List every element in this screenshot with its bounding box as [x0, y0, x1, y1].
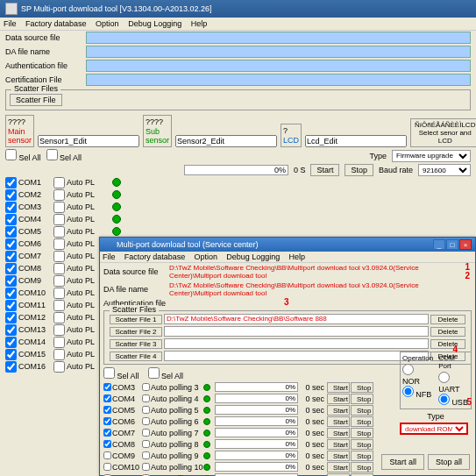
start-all-button[interactable]: Start all: [381, 454, 424, 470]
menu-option[interactable]: Option: [96, 19, 119, 28]
poll-start[interactable]: Start: [327, 462, 350, 472]
poll-stop[interactable]: Stop: [351, 462, 373, 472]
o-scatter-3-input[interactable]: [164, 338, 429, 349]
menu-debug[interactable]: Debug Logging: [128, 19, 181, 28]
close-button[interactable]: ×: [459, 239, 472, 250]
menu-help[interactable]: Help: [191, 19, 208, 28]
type-combo[interactable]: Firmware upgrade: [392, 150, 471, 162]
poll-auto-check[interactable]: [142, 463, 150, 471]
poll-com-check[interactable]: [103, 463, 111, 471]
o-scatter-2-input[interactable]: [164, 326, 429, 337]
poll-auto-check[interactable]: [142, 394, 150, 402]
menu-file[interactable]: File: [4, 19, 17, 28]
auto-check[interactable]: [53, 300, 65, 311]
poll-start[interactable]: Start: [327, 439, 350, 450]
cert-file-input[interactable]: [86, 74, 471, 86]
poll-stop[interactable]: Stop: [351, 439, 373, 450]
poll-start[interactable]: Start: [327, 382, 350, 393]
com-check[interactable]: [5, 251, 17, 262]
poll-auto-check[interactable]: [142, 406, 150, 414]
o-scatter-1[interactable]: Scatter File 1: [110, 315, 162, 324]
op-nfb[interactable]: NFB: [402, 386, 433, 399]
poll-stop[interactable]: Stop: [351, 394, 373, 404]
o-menu-option[interactable]: Option: [195, 252, 218, 261]
poll-start[interactable]: Start: [327, 405, 350, 416]
auto-check[interactable]: [53, 177, 65, 188]
com-check[interactable]: [5, 288, 17, 299]
auto-check[interactable]: [53, 312, 65, 323]
com-check[interactable]: [5, 226, 17, 238]
com-check[interactable]: [5, 177, 17, 188]
poll-stop[interactable]: Stop: [351, 405, 373, 416]
auto-check[interactable]: [53, 202, 65, 213]
lcd-input[interactable]: [305, 135, 407, 147]
auto-check[interactable]: [53, 349, 65, 360]
poll-start[interactable]: Start: [327, 428, 350, 438]
auto-check[interactable]: [53, 288, 65, 299]
select-sensor-button[interactable]: ÑíÔñÉÃÁÑÈÈÌLCD Select senor and LCD: [410, 118, 476, 147]
o-selall-1[interactable]: Sel All: [103, 367, 139, 380]
poll-auto-check[interactable]: [142, 440, 150, 448]
sensor1-input[interactable]: [38, 135, 139, 147]
o-menu-help[interactable]: Help: [289, 252, 306, 261]
poll-auto-check[interactable]: [142, 451, 150, 459]
poll-com-check[interactable]: [103, 440, 111, 448]
port-usb[interactable]: USB: [438, 394, 469, 407]
com-check[interactable]: [5, 275, 17, 287]
o-menu-factory[interactable]: Factory database: [124, 252, 186, 261]
com-check[interactable]: [5, 312, 17, 323]
main-start[interactable]: Start: [310, 164, 339, 176]
sensor2-input[interactable]: [175, 135, 277, 147]
poll-start[interactable]: Start: [327, 416, 350, 427]
poll-com-check[interactable]: [103, 383, 111, 391]
auto-check[interactable]: [53, 189, 65, 201]
o-scatter-4-input[interactable]: [164, 351, 429, 361]
selall-1[interactable]: Sel All: [5, 149, 41, 162]
poll-start[interactable]: Start: [327, 451, 350, 461]
o-scatter-1-input[interactable]: D:\TwZ Mobile\Software Checking\BB\Softw…: [164, 314, 429, 324]
poll-stop[interactable]: Stop: [351, 428, 373, 438]
o-selall-2[interactable]: Sel All: [148, 367, 184, 380]
o-scatter-3[interactable]: Scatter File 3: [110, 339, 162, 349]
o-scatter-2-del[interactable]: Delete: [430, 327, 465, 337]
op-nor[interactable]: NOR: [402, 364, 433, 386]
scatter-file-button[interactable]: Scatter File: [10, 94, 62, 106]
com-check[interactable]: [5, 349, 17, 360]
o-scatter-4[interactable]: Scatter File 4: [110, 352, 162, 361]
poll-auto-check[interactable]: [142, 417, 150, 425]
auto-check[interactable]: [53, 275, 65, 287]
o-scatter-2[interactable]: Scatter File 2: [110, 327, 162, 337]
auto-check[interactable]: [53, 361, 65, 373]
poll-com-check[interactable]: [103, 417, 111, 425]
auto-check[interactable]: [53, 251, 65, 262]
minimize-button[interactable]: _: [433, 239, 445, 250]
poll-auto-check[interactable]: [142, 383, 150, 391]
data-source-input[interactable]: [86, 32, 471, 44]
port-uart[interactable]: UART: [438, 372, 469, 394]
com-check[interactable]: [5, 324, 17, 336]
main-stop[interactable]: Stop: [345, 164, 373, 176]
com-check[interactable]: [5, 361, 17, 373]
com-check[interactable]: [5, 202, 17, 213]
poll-start[interactable]: Start: [327, 394, 350, 404]
auto-check[interactable]: [53, 324, 65, 336]
auto-check[interactable]: [53, 263, 65, 274]
poll-start[interactable]: Start: [327, 473, 350, 477]
poll-com-check[interactable]: [103, 451, 111, 459]
auth-file-input[interactable]: [86, 60, 471, 72]
auto-check[interactable]: [53, 238, 65, 250]
com-check[interactable]: [5, 238, 17, 250]
poll-com-check[interactable]: [103, 406, 111, 414]
com-check[interactable]: [5, 189, 17, 201]
com-check[interactable]: [5, 263, 17, 274]
o-type-combo[interactable]: download ROM: [400, 423, 468, 435]
menu-factory[interactable]: Factory database: [25, 19, 87, 28]
poll-stop[interactable]: Stop: [351, 451, 373, 461]
o-scatter-1-del[interactable]: Delete: [430, 315, 465, 324]
poll-com-check[interactable]: [103, 429, 111, 437]
poll-com-check[interactable]: [103, 394, 111, 402]
com-check[interactable]: [5, 337, 17, 348]
auto-check[interactable]: [53, 226, 65, 238]
o-menu-debug[interactable]: Debug Logging: [226, 252, 280, 261]
da-file-input[interactable]: [86, 46, 471, 58]
